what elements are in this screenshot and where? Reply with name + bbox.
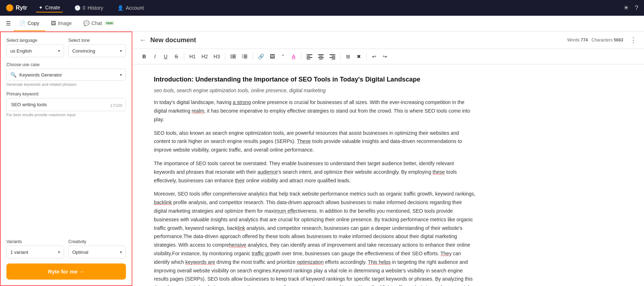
variants-creativity-row: Variants 1 variant 2 variants 3 variants… <box>6 239 126 258</box>
help-icon[interactable]: ? <box>635 4 638 12</box>
language-select-wrapper[interactable]: us English uk English Spanish French ▼ <box>6 44 64 57</box>
h3-button[interactable]: H3 <box>211 52 222 61</box>
svg-rect-22 <box>330 57 335 58</box>
variants-select-wrapper[interactable]: 1 variant 2 variants 3 variants ▼ <box>6 246 64 258</box>
variants-select[interactable]: 1 variant 2 variants 3 variants <box>10 250 53 255</box>
doc-header-right: Words 774 Characters 5663 ⋮ <box>567 36 637 44</box>
keyword-hint: For best results provide maximum input <box>6 113 126 117</box>
language-chevron-icon: ▼ <box>57 49 61 53</box>
keyword-input-wrapper: 17/100 <box>6 98 126 111</box>
svg-rect-13 <box>307 56 310 56</box>
doc-paragraph-1: In today's digital landscape, having a s… <box>154 98 476 124</box>
toolbar-divider-1 <box>184 53 184 60</box>
chat-new-badge: new <box>104 21 114 25</box>
doc-subtitle: seo tools, search engine optimization to… <box>154 88 476 93</box>
align-center-button[interactable] <box>316 52 326 61</box>
nav-right: ☀ ? <box>623 4 638 12</box>
ryte-for-me-button[interactable]: Ryte for me → <box>6 263 126 280</box>
nav-account[interactable]: 👤 Account <box>114 4 147 12</box>
use-case-hint: Generate keywords and related phrases <box>6 82 126 87</box>
subnav-copy[interactable]: 📄 Copy <box>14 16 45 31</box>
main-area: Select language us English uk English Sp… <box>0 31 644 286</box>
create-icon: ✦ <box>39 5 43 10</box>
italic-button[interactable]: I <box>150 52 160 61</box>
language-col: Select language us English uk English Sp… <box>6 38 64 57</box>
nav-history-badge: 0 <box>83 5 86 11</box>
keyword-col: Primary keyword 17/100 For best results … <box>6 92 126 234</box>
theme-icon[interactable]: ☀ <box>623 4 629 12</box>
svg-rect-1 <box>232 55 236 55</box>
ordered-list-button[interactable]: 1.2.3. <box>240 52 250 61</box>
svg-point-2 <box>230 56 231 57</box>
nav-history[interactable]: 🕐 0 History <box>72 4 106 12</box>
highlight-button[interactable]: A <box>289 52 298 61</box>
variants-col: Variants 1 variant 2 variants 3 variants… <box>6 239 64 258</box>
logo[interactable]: 🟠 Rytr <box>6 4 27 12</box>
use-case-label: Choose use case <box>6 62 126 67</box>
creativity-col: Creativity Optimal Low Medium High Max ▼ <box>68 239 126 258</box>
language-tone-row: Select language us English uk English Sp… <box>6 38 126 57</box>
subnav-image[interactable]: 🖼 Image <box>45 16 78 31</box>
h1-button[interactable]: H1 <box>187 52 198 61</box>
doc-paragraph-4: Moreover, SEO tools offer comprehensive … <box>154 190 476 286</box>
table-button[interactable]: ⊞ <box>343 52 353 61</box>
word-count: Words 774 Characters 5663 <box>567 38 623 43</box>
variants-label: Variants <box>6 239 64 244</box>
link-button[interactable]: 🔗 <box>256 52 266 61</box>
subnav-chat[interactable]: 💬 Chat new <box>78 16 121 31</box>
use-case-chevron-icon: ▼ <box>119 73 123 77</box>
account-icon: 👤 <box>117 5 123 11</box>
right-content: ← New document Words 774 Characters 5663… <box>132 31 644 286</box>
svg-rect-17 <box>319 56 323 56</box>
quote-button[interactable]: " <box>278 52 288 61</box>
hamburger-icon[interactable]: ☰ <box>6 20 11 27</box>
doc-content: Introduction: Understanding the Importan… <box>154 75 476 286</box>
svg-rect-21 <box>332 56 335 56</box>
align-left-button[interactable] <box>304 52 314 61</box>
use-case-select-wrapper[interactable]: 🔍 Keywords Generator Blog Post Ad Copy ▼ <box>6 69 126 81</box>
underline-button[interactable]: U <box>161 52 170 61</box>
language-select[interactable]: us English uk English Spanish French <box>10 48 53 54</box>
keyword-label: Primary keyword <box>6 92 126 97</box>
bullet-list-button[interactable] <box>228 52 238 61</box>
doc-paragraph-2: SEO tools, also known as search engine o… <box>154 129 476 154</box>
image-button[interactable]: 🖼 <box>268 52 277 61</box>
doc-header: ← New document Words 774 Characters 5663… <box>132 31 644 49</box>
sub-nav: ☰ 📄 Copy 🖼 Image 💬 Chat new <box>0 16 644 31</box>
align-right-button[interactable] <box>327 52 337 61</box>
creativity-select[interactable]: Optimal Low Medium High Max <box>72 250 115 255</box>
h2-button[interactable]: H2 <box>199 52 210 61</box>
strikethrough-button[interactable]: S <box>172 52 181 61</box>
svg-rect-12 <box>307 54 312 55</box>
bold-button[interactable]: B <box>140 52 149 61</box>
more-options-icon[interactable]: ⋮ <box>630 36 637 44</box>
clear-format-button[interactable]: ✖ <box>354 52 364 61</box>
image-icon: 🖼 <box>51 20 56 26</box>
creativity-select-wrapper[interactable]: Optimal Low Medium High Max ▼ <box>68 246 126 258</box>
tone-select[interactable]: Convincing Casual Formal Professional <box>72 48 115 54</box>
chat-icon: 💬 <box>83 20 89 26</box>
svg-rect-3 <box>232 56 236 57</box>
redo-button[interactable]: ↪ <box>380 52 390 61</box>
back-button[interactable]: ← <box>140 36 146 44</box>
logo-icon: 🟠 <box>6 4 14 12</box>
nav-create[interactable]: ✦ Create <box>36 3 63 13</box>
svg-text:3.: 3. <box>242 56 243 59</box>
tone-chevron-icon: ▼ <box>119 49 123 53</box>
use-case-select[interactable]: Keywords Generator Blog Post Ad Copy <box>19 72 115 78</box>
keyword-input[interactable] <box>6 98 126 111</box>
svg-rect-14 <box>307 57 312 58</box>
variants-chevron-icon: ▼ <box>57 250 61 254</box>
svg-point-4 <box>230 58 231 59</box>
subnav-chat-label: Chat <box>92 20 102 26</box>
svg-rect-18 <box>318 57 324 58</box>
editor-area[interactable]: Introduction: Understanding the Importan… <box>132 64 644 286</box>
char-count: 17/100 <box>110 103 122 108</box>
toolbar-divider-2 <box>225 53 225 60</box>
copy-icon: 📄 <box>19 20 25 26</box>
tone-select-wrapper[interactable]: Convincing Casual Formal Professional ▼ <box>68 44 126 57</box>
undo-button[interactable]: ↩ <box>370 52 379 61</box>
subnav-image-label: Image <box>58 20 72 26</box>
svg-rect-7 <box>244 55 247 55</box>
svg-rect-5 <box>232 58 236 58</box>
